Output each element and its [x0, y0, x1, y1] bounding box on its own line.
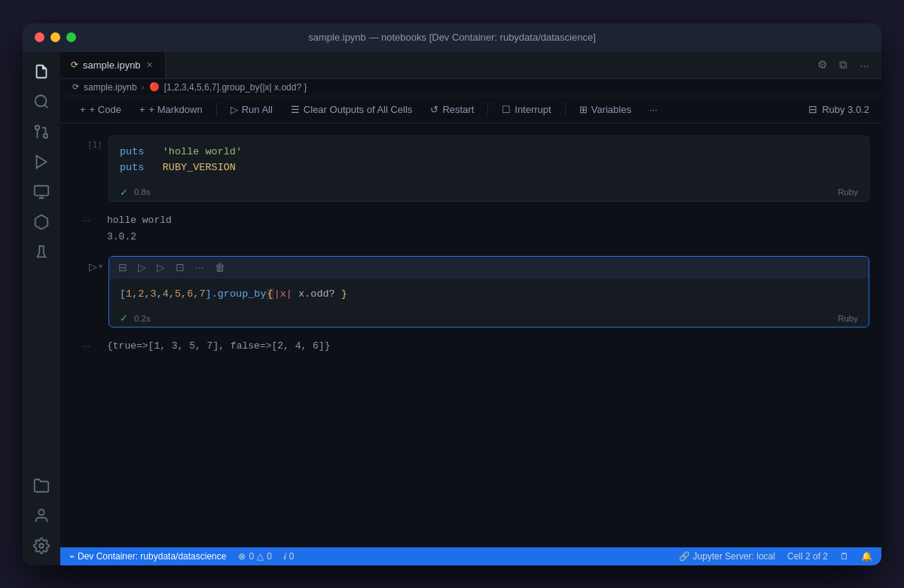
cell-2-content[interactable]: ⊟ ▷ ▷ ⊡ ··· 🗑 [1,2,3,4,5,6,7].group_by{|…	[108, 256, 869, 328]
clear-outputs-icon: ☰	[291, 104, 300, 115]
cell-run-below-icon[interactable]: ▷	[154, 260, 168, 275]
svg-marker-5	[37, 155, 47, 168]
restart-button[interactable]: ↺ Restart	[423, 101, 481, 118]
minimize-button[interactable]	[50, 32, 60, 42]
notebook-tab-label: sample.ipynb	[83, 59, 141, 71]
close-button[interactable]	[35, 32, 44, 42]
interrupt-button[interactable]: ☐ Interrupt	[494, 101, 558, 118]
errors-count: 0	[249, 551, 254, 562]
remote-explorer-icon[interactable]	[28, 178, 55, 206]
notebook-area: [1] puts 'holle world' puts	[60, 123, 881, 547]
split-editor-icon[interactable]: ⧉	[836, 55, 851, 75]
cell-2-time: 0.2s	[134, 314, 151, 323]
cell-2-check-icon: ✓	[120, 312, 128, 324]
breadcrumb-code[interactable]: [1,2,3,4,5,6,7].group_by{|x| x.odd? }	[164, 82, 307, 93]
flask-icon[interactable]	[28, 239, 55, 266]
notebook-toolbar: + + Code + + Markdown ▷ Run All ☰ Clear …	[60, 96, 881, 123]
cell-2-array: [	[120, 288, 126, 300]
cell-1-code: puts 'holle world' puts RUBY_VERSION	[109, 136, 869, 184]
cell-2-status: ✓ 0.2s Ruby	[109, 309, 869, 327]
output-1-content: holle world 3.0.2	[96, 208, 881, 250]
output-2-text: {true=>[1, 3, 5, 7], false=>[2, 4, 6]}	[107, 338, 871, 355]
status-errors[interactable]: ⊗ 0 △ 0	[238, 551, 271, 562]
cell-1-string: 'holle world'	[163, 146, 242, 157]
breadcrumb-file[interactable]: sample.ipynb	[84, 82, 137, 93]
cell-1-status: ✓ 0.8s Ruby	[109, 184, 869, 201]
run-all-button[interactable]: ▷ Run All	[223, 101, 280, 118]
output-1-dots: ...	[60, 208, 90, 250]
cell-1-puts-2: puts	[120, 162, 144, 173]
vscode-window: sample.ipynb — notebooks [Dev Container:…	[23, 23, 881, 565]
cell-split-icon[interactable]: ⊡	[173, 260, 188, 275]
cell-delete-icon[interactable]: 🗑	[212, 260, 228, 275]
cell-more-icon[interactable]: ···	[192, 260, 207, 275]
cell-run-icon[interactable]: ▷	[135, 260, 149, 275]
search-icon[interactable]	[28, 88, 55, 115]
cell-2-lang: Ruby	[838, 314, 858, 323]
tab-actions: ⚙ ⧉ ···	[814, 55, 881, 75]
tab-bar: ⟳ sample.ipynb × ⚙ ⧉ ···	[60, 52, 881, 79]
jupyter-server[interactable]: 🔗 Jupyter Server: local	[679, 551, 775, 562]
container-label[interactable]: Dev Container: rubydata/datascience	[78, 551, 226, 562]
add-markdown-button[interactable]: + + Markdown	[132, 101, 210, 118]
run-debug-icon[interactable]	[28, 148, 55, 175]
svg-point-9	[38, 509, 44, 514]
status-left: ⌁ Dev Container: rubydata/datascience	[69, 551, 226, 562]
settings-gear-icon[interactable]: ⚙	[814, 55, 830, 75]
cell-execute-above-icon[interactable]: ⊟	[115, 260, 130, 275]
cell-2-brace: {	[267, 288, 274, 300]
cell-1-number: [1]	[87, 140, 102, 150]
extensions-icon[interactable]	[28, 209, 55, 236]
output-1-line-1: holle world	[107, 212, 871, 229]
source-control-icon[interactable]	[28, 118, 55, 145]
maximize-button[interactable]	[66, 32, 76, 42]
toolbar-divider3	[565, 102, 566, 116]
more-options-label: ···	[649, 104, 658, 115]
settings-icon[interactable]	[28, 532, 55, 559]
notification-icon[interactable]: 🔔	[861, 551, 872, 562]
explorer-icon[interactable]	[28, 58, 55, 85]
more-options-button[interactable]: ···	[642, 101, 665, 118]
clear-outputs-button[interactable]: ☰ Clear Outputs of All Cells	[283, 101, 420, 118]
cell-2: ▷ ▾ ⊟ ▷ ▷ ⊡ ··· 🗑	[72, 256, 869, 328]
output-2-dots: ...	[60, 334, 90, 359]
account-icon[interactable]	[28, 502, 55, 529]
traffic-lights	[35, 32, 76, 42]
cell-1-line-2: puts RUBY_VERSION	[120, 160, 858, 176]
activity-bar	[23, 52, 60, 565]
variables-button[interactable]: ⊞ Variables	[572, 101, 639, 118]
title-bar: sample.ipynb — notebooks [Dev Container:…	[23, 23, 881, 52]
add-code-icon: +	[80, 104, 86, 115]
svg-point-2	[44, 133, 48, 138]
status-info[interactable]: 𝒊 0	[284, 551, 295, 562]
cell-2-code: [1,2,3,4,5,6,7].group_by{|x| x.odd? }	[109, 279, 869, 310]
folder-icon[interactable]	[28, 472, 55, 499]
content-area: ⟳ sample.ipynb × ⚙ ⧉ ··· ⟳ sample.ipynb …	[60, 52, 881, 565]
run-all-icon: ▷	[231, 104, 238, 115]
svg-point-0	[35, 95, 47, 106]
feedback-icon[interactable]: 🗒	[840, 551, 849, 562]
errors-icon: ⊗	[238, 551, 246, 562]
notebook-tab[interactable]: ⟳ sample.ipynb ×	[60, 52, 166, 78]
cell-2-gutter: ▷ ▾	[72, 256, 102, 328]
output-2-content: {true=>[1, 3, 5, 7], false=>[2, 4, 6]}	[96, 334, 881, 359]
jupyter-label: Jupyter Server: local	[693, 551, 775, 562]
cell-1-content[interactable]: puts 'holle world' puts RUBY_VERSION	[108, 136, 869, 202]
kernel-info[interactable]: ⊟ Ruby 3.0.2	[808, 103, 869, 115]
more-actions-icon[interactable]: ···	[857, 56, 872, 75]
variables-label: Variables	[591, 104, 631, 115]
window-title: sample.ipynb — notebooks [Dev Container:…	[308, 32, 596, 43]
cell-1-check-icon: ✓	[120, 187, 128, 198]
info-icon: 𝒊	[284, 551, 286, 562]
run-all-label: Run All	[242, 104, 273, 115]
cell-2-run-button[interactable]: ▷ ▾	[89, 260, 102, 273]
add-code-button[interactable]: + + Code	[72, 101, 129, 118]
cell-1-gutter: [1]	[72, 136, 102, 202]
tab-close-button[interactable]: ×	[145, 57, 154, 72]
add-markdown-icon: +	[139, 104, 145, 115]
cell-count-label: Cell 2 of 2	[787, 551, 828, 562]
cell-1: [1] puts 'holle world' puts	[72, 136, 869, 202]
add-markdown-label: + Markdown	[148, 104, 202, 115]
cell-1-puts-1: puts	[120, 146, 144, 157]
svg-line-1	[44, 105, 47, 108]
